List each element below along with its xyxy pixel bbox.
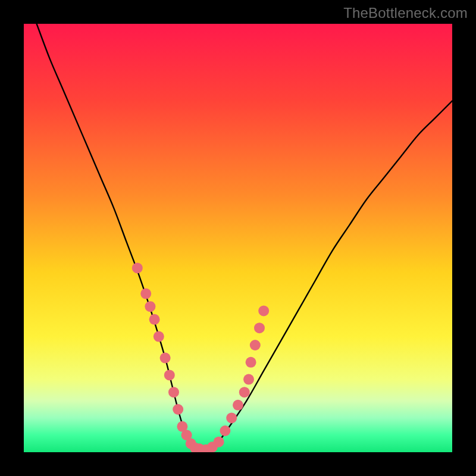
curve-markers (132, 262, 269, 452)
marker-dot (254, 322, 265, 333)
marker-dot (164, 369, 175, 380)
bottleneck-curve (37, 24, 452, 450)
marker-dot (243, 374, 254, 385)
marker-dot (214, 437, 224, 447)
marker-dot (140, 289, 151, 299)
chart-frame: TheBottleneck.com (0, 0, 476, 476)
marker-dot (168, 387, 179, 397)
watermark-label: TheBottleneck.com (343, 5, 468, 21)
marker-dot (160, 353, 171, 364)
marker-dot (149, 314, 160, 325)
marker-dot (258, 305, 269, 316)
marker-dot (145, 301, 155, 312)
marker-dot (246, 357, 256, 368)
marker-dot (132, 262, 143, 273)
plot-area (24, 24, 452, 452)
curve-layer (24, 24, 452, 452)
marker-dot (250, 340, 261, 350)
marker-dot (233, 400, 243, 411)
marker-dot (154, 331, 164, 342)
marker-dot (173, 404, 183, 415)
marker-dot (220, 425, 230, 436)
marker-dot (239, 387, 250, 397)
marker-dot (226, 412, 237, 423)
